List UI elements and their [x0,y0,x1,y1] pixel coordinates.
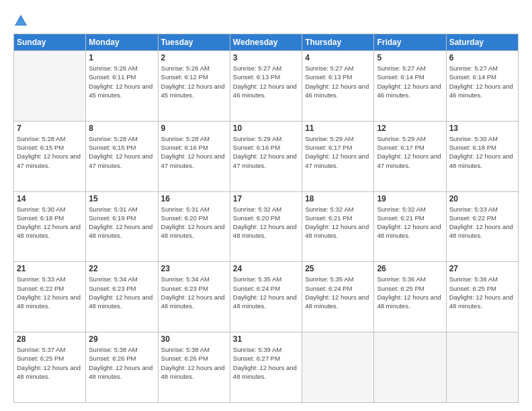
weekday-header-saturday: Saturday [446,34,518,51]
weekday-header-thursday: Thursday [302,34,374,51]
day-info: Sunrise: 5:26 AM Sunset: 6:12 PM Dayligh… [161,64,227,99]
calendar-day-cell: 6Sunrise: 5:27 AM Sunset: 6:14 PM Daylig… [446,51,518,122]
calendar-day-cell: 18Sunrise: 5:32 AM Sunset: 6:21 PM Dayli… [302,191,374,262]
logo [13,12,30,27]
weekday-header-tuesday: Tuesday [158,34,230,51]
day-info: Sunrise: 5:35 AM Sunset: 6:24 PM Dayligh… [305,275,371,310]
day-number: 16 [161,194,227,203]
day-number: 20 [449,194,515,203]
day-info: Sunrise: 5:38 AM Sunset: 6:26 PM Dayligh… [161,345,227,381]
day-number: 22 [89,264,154,273]
calendar-week-row: 14Sunrise: 5:30 AM Sunset: 6:18 PM Dayli… [14,191,519,262]
calendar-day-cell: 11Sunrise: 5:29 AM Sunset: 6:17 PM Dayli… [302,121,374,191]
calendar-day-cell: 25Sunrise: 5:35 AM Sunset: 6:24 PM Dayli… [302,262,374,332]
day-info: Sunrise: 5:28 AM Sunset: 6:15 PM Dayligh… [89,134,154,170]
calendar-day-cell [374,332,446,403]
day-number: 1 [89,53,154,62]
day-info: Sunrise: 5:36 AM Sunset: 6:25 PM Dayligh… [377,275,443,310]
day-number: 29 [89,334,154,344]
calendar-page: SundayMondayTuesdayWednesdayThursdayFrid… [0,0,532,411]
day-info: Sunrise: 5:28 AM Sunset: 6:16 PM Dayligh… [161,134,227,170]
calendar-day-cell: 21Sunrise: 5:33 AM Sunset: 6:22 PM Dayli… [14,262,86,332]
calendar-table: SundayMondayTuesdayWednesdayThursdayFrid… [13,34,519,403]
calendar-day-cell: 20Sunrise: 5:33 AM Sunset: 6:22 PM Dayli… [446,191,518,262]
calendar-day-cell: 29Sunrise: 5:38 AM Sunset: 6:26 PM Dayli… [86,332,158,403]
day-number: 8 [89,124,154,133]
calendar-day-cell: 28Sunrise: 5:37 AM Sunset: 6:25 PM Dayli… [14,332,86,403]
header [13,12,519,27]
calendar-day-cell [302,332,374,403]
day-info: Sunrise: 5:32 AM Sunset: 6:20 PM Dayligh… [233,205,299,240]
day-info: Sunrise: 5:30 AM Sunset: 6:18 PM Dayligh… [17,205,83,240]
day-number: 28 [17,334,83,344]
day-number: 6 [449,53,515,62]
day-info: Sunrise: 5:34 AM Sunset: 6:23 PM Dayligh… [89,275,154,310]
weekday-header-monday: Monday [86,34,158,51]
calendar-day-cell: 27Sunrise: 5:36 AM Sunset: 6:25 PM Dayli… [446,262,518,332]
calendar-day-cell: 12Sunrise: 5:29 AM Sunset: 6:17 PM Dayli… [374,121,446,191]
day-number: 5 [377,53,443,62]
day-info: Sunrise: 5:27 AM Sunset: 6:13 PM Dayligh… [305,64,371,99]
day-number: 4 [305,53,371,62]
calendar-week-row: 21Sunrise: 5:33 AM Sunset: 6:22 PM Dayli… [14,262,519,332]
weekday-header-friday: Friday [374,34,446,51]
day-info: Sunrise: 5:31 AM Sunset: 6:19 PM Dayligh… [89,205,154,240]
day-info: Sunrise: 5:32 AM Sunset: 6:21 PM Dayligh… [305,205,371,240]
day-number: 18 [305,194,371,203]
calendar-day-cell: 3Sunrise: 5:27 AM Sunset: 6:13 PM Daylig… [230,51,302,122]
calendar-day-cell: 16Sunrise: 5:31 AM Sunset: 6:20 PM Dayli… [158,191,230,262]
day-number: 13 [449,124,515,133]
day-info: Sunrise: 5:27 AM Sunset: 6:14 PM Dayligh… [377,64,443,99]
day-info: Sunrise: 5:32 AM Sunset: 6:21 PM Dayligh… [377,205,443,240]
logo-icon [13,13,28,28]
day-number: 7 [17,124,83,133]
day-info: Sunrise: 5:27 AM Sunset: 6:14 PM Dayligh… [449,64,515,99]
day-number: 11 [305,124,371,133]
day-info: Sunrise: 5:30 AM Sunset: 6:18 PM Dayligh… [449,134,515,170]
calendar-day-cell: 2Sunrise: 5:26 AM Sunset: 6:12 PM Daylig… [158,51,230,122]
calendar-week-row: 1Sunrise: 5:26 AM Sunset: 6:11 PM Daylig… [14,51,519,122]
calendar-day-cell [446,332,518,403]
calendar-day-cell: 31Sunrise: 5:39 AM Sunset: 6:27 PM Dayli… [230,332,302,403]
calendar-week-row: 7Sunrise: 5:28 AM Sunset: 6:15 PM Daylig… [14,121,519,191]
day-number: 24 [233,264,299,273]
day-info: Sunrise: 5:37 AM Sunset: 6:25 PM Dayligh… [17,345,83,381]
day-number: 9 [161,124,227,133]
weekday-header-wednesday: Wednesday [230,34,302,51]
day-info: Sunrise: 5:35 AM Sunset: 6:24 PM Dayligh… [233,275,299,310]
weekday-header-sunday: Sunday [14,34,86,51]
day-number: 15 [89,194,154,203]
day-info: Sunrise: 5:36 AM Sunset: 6:25 PM Dayligh… [449,275,515,310]
day-number: 25 [305,264,371,273]
day-number: 12 [377,124,443,133]
day-number: 23 [161,264,227,273]
day-info: Sunrise: 5:26 AM Sunset: 6:11 PM Dayligh… [89,64,154,99]
day-info: Sunrise: 5:29 AM Sunset: 6:16 PM Dayligh… [233,134,299,170]
calendar-day-cell: 1Sunrise: 5:26 AM Sunset: 6:11 PM Daylig… [86,51,158,122]
calendar-day-cell: 24Sunrise: 5:35 AM Sunset: 6:24 PM Dayli… [230,262,302,332]
calendar-day-cell: 8Sunrise: 5:28 AM Sunset: 6:15 PM Daylig… [86,121,158,191]
day-info: Sunrise: 5:38 AM Sunset: 6:26 PM Dayligh… [89,345,154,381]
day-info: Sunrise: 5:33 AM Sunset: 6:22 PM Dayligh… [449,205,515,240]
calendar-day-cell: 26Sunrise: 5:36 AM Sunset: 6:25 PM Dayli… [374,262,446,332]
calendar-day-cell: 7Sunrise: 5:28 AM Sunset: 6:15 PM Daylig… [14,121,86,191]
calendar-day-cell: 9Sunrise: 5:28 AM Sunset: 6:16 PM Daylig… [158,121,230,191]
day-number: 2 [161,53,227,62]
calendar-day-cell: 19Sunrise: 5:32 AM Sunset: 6:21 PM Dayli… [374,191,446,262]
calendar-day-cell: 13Sunrise: 5:30 AM Sunset: 6:18 PM Dayli… [446,121,518,191]
day-info: Sunrise: 5:29 AM Sunset: 6:17 PM Dayligh… [377,134,443,170]
day-number: 31 [233,334,299,344]
calendar-day-cell: 5Sunrise: 5:27 AM Sunset: 6:14 PM Daylig… [374,51,446,122]
day-info: Sunrise: 5:33 AM Sunset: 6:22 PM Dayligh… [17,275,83,310]
day-number: 26 [377,264,443,273]
calendar-day-cell: 30Sunrise: 5:38 AM Sunset: 6:26 PM Dayli… [158,332,230,403]
day-number: 19 [377,194,443,203]
calendar-day-cell: 17Sunrise: 5:32 AM Sunset: 6:20 PM Dayli… [230,191,302,262]
calendar-day-cell: 14Sunrise: 5:30 AM Sunset: 6:18 PM Dayli… [14,191,86,262]
day-info: Sunrise: 5:28 AM Sunset: 6:15 PM Dayligh… [17,134,83,170]
day-number: 10 [233,124,299,133]
calendar-day-cell: 4Sunrise: 5:27 AM Sunset: 6:13 PM Daylig… [302,51,374,122]
day-number: 3 [233,53,299,62]
day-info: Sunrise: 5:27 AM Sunset: 6:13 PM Dayligh… [233,64,299,99]
calendar-week-row: 28Sunrise: 5:37 AM Sunset: 6:25 PM Dayli… [14,332,519,403]
